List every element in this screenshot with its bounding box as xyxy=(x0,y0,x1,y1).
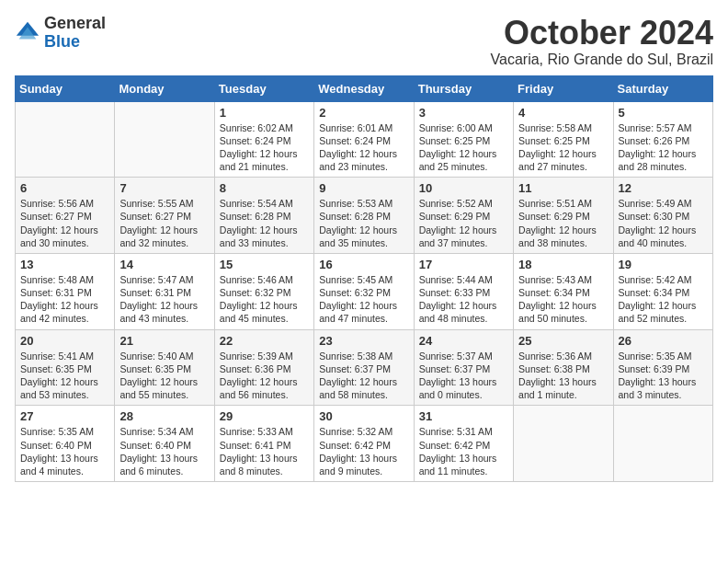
day-info: Sunrise: 5:35 AM Sunset: 6:40 PM Dayligh… xyxy=(20,425,109,477)
calendar-cell: 18Sunrise: 5:43 AM Sunset: 6:34 PM Dayli… xyxy=(514,253,613,329)
calendar-cell: 21Sunrise: 5:40 AM Sunset: 6:35 PM Dayli… xyxy=(115,329,214,406)
calendar-cell: 23Sunrise: 5:38 AM Sunset: 6:37 PM Dayli… xyxy=(314,329,414,406)
calendar-cell: 26Sunrise: 5:35 AM Sunset: 6:39 PM Dayli… xyxy=(613,329,712,406)
day-number: 31 xyxy=(419,409,508,423)
day-info: Sunrise: 5:44 AM Sunset: 6:33 PM Dayligh… xyxy=(419,273,508,326)
day-number: 29 xyxy=(220,409,309,423)
day-number: 6 xyxy=(20,181,109,195)
calendar-cell: 28Sunrise: 5:34 AM Sunset: 6:40 PM Dayli… xyxy=(115,406,214,482)
day-number: 4 xyxy=(518,106,608,120)
day-info: Sunrise: 5:32 AM Sunset: 6:42 PM Dayligh… xyxy=(319,425,408,477)
header-cell: Sunday xyxy=(16,75,115,101)
day-number: 24 xyxy=(419,334,508,348)
day-number: 1 xyxy=(220,106,309,120)
day-number: 27 xyxy=(20,409,109,423)
day-number: 30 xyxy=(319,409,408,423)
day-info: Sunrise: 5:34 AM Sunset: 6:40 PM Dayligh… xyxy=(119,425,209,477)
day-info: Sunrise: 5:48 AM Sunset: 6:31 PM Dayligh… xyxy=(20,273,109,326)
day-info: Sunrise: 5:31 AM Sunset: 6:42 PM Dayligh… xyxy=(419,425,508,477)
day-info: Sunrise: 5:36 AM Sunset: 6:38 PM Dayligh… xyxy=(518,350,608,402)
day-number: 3 xyxy=(419,106,508,120)
day-info: Sunrise: 5:53 AM Sunset: 6:28 PM Dayligh… xyxy=(319,197,408,249)
calendar-header: SundayMondayTuesdayWednesdayThursdayFrid… xyxy=(16,75,713,101)
calendar-cell: 5Sunrise: 5:57 AM Sunset: 6:26 PM Daylig… xyxy=(613,101,712,178)
calendar-cell: 1Sunrise: 6:02 AM Sunset: 6:24 PM Daylig… xyxy=(214,101,313,178)
calendar-row: 20Sunrise: 5:41 AM Sunset: 6:35 PM Dayli… xyxy=(16,329,713,406)
calendar-cell: 2Sunrise: 6:01 AM Sunset: 6:24 PM Daylig… xyxy=(314,101,414,178)
day-info: Sunrise: 5:47 AM Sunset: 6:31 PM Dayligh… xyxy=(119,273,209,326)
logo: General Blue xyxy=(15,15,106,52)
day-number: 17 xyxy=(419,258,508,271)
calendar-cell: 8Sunrise: 5:54 AM Sunset: 6:28 PM Daylig… xyxy=(214,178,313,254)
calendar-table: SundayMondayTuesdayWednesdayThursdayFrid… xyxy=(15,75,713,482)
calendar-cell: 6Sunrise: 5:56 AM Sunset: 6:27 PM Daylig… xyxy=(16,178,115,254)
header-cell: Thursday xyxy=(414,75,513,101)
day-number: 9 xyxy=(319,181,408,195)
calendar-cell xyxy=(115,101,214,178)
calendar-cell: 15Sunrise: 5:46 AM Sunset: 6:32 PM Dayli… xyxy=(214,253,313,329)
day-number: 5 xyxy=(619,106,708,120)
header-cell: Tuesday xyxy=(214,75,313,101)
day-number: 25 xyxy=(518,334,608,348)
day-number: 12 xyxy=(619,181,708,195)
logo-general: General xyxy=(44,15,106,33)
calendar-cell: 16Sunrise: 5:45 AM Sunset: 6:32 PM Dayli… xyxy=(314,253,414,329)
day-info: Sunrise: 5:39 AM Sunset: 6:36 PM Dayligh… xyxy=(220,350,309,402)
day-number: 11 xyxy=(518,181,608,195)
month-title: October 2024 xyxy=(491,15,713,52)
calendar-cell: 31Sunrise: 5:31 AM Sunset: 6:42 PM Dayli… xyxy=(414,406,513,482)
calendar-cell xyxy=(514,406,613,482)
day-info: Sunrise: 5:58 AM Sunset: 6:25 PM Dayligh… xyxy=(518,121,608,174)
calendar-row: 1Sunrise: 6:02 AM Sunset: 6:24 PM Daylig… xyxy=(16,101,713,178)
calendar-cell: 13Sunrise: 5:48 AM Sunset: 6:31 PM Dayli… xyxy=(16,253,115,329)
calendar-cell: 10Sunrise: 5:52 AM Sunset: 6:29 PM Dayli… xyxy=(414,178,513,254)
calendar-cell: 24Sunrise: 5:37 AM Sunset: 6:37 PM Dayli… xyxy=(414,329,513,406)
day-number: 8 xyxy=(220,181,309,195)
calendar-cell: 20Sunrise: 5:41 AM Sunset: 6:35 PM Dayli… xyxy=(16,329,115,406)
title-block: October 2024 Vacaria, Rio Grande do Sul,… xyxy=(491,15,713,68)
day-number: 13 xyxy=(20,258,109,271)
calendar-cell: 7Sunrise: 5:55 AM Sunset: 6:27 PM Daylig… xyxy=(115,178,214,254)
day-info: Sunrise: 5:52 AM Sunset: 6:29 PM Dayligh… xyxy=(419,197,508,249)
day-number: 23 xyxy=(319,334,408,348)
header-cell: Saturday xyxy=(613,75,712,101)
day-number: 10 xyxy=(419,181,508,195)
day-number: 7 xyxy=(119,181,209,195)
calendar-cell: 27Sunrise: 5:35 AM Sunset: 6:40 PM Dayli… xyxy=(16,406,115,482)
logo-text: General Blue xyxy=(44,15,106,52)
day-info: Sunrise: 5:51 AM Sunset: 6:29 PM Dayligh… xyxy=(518,197,608,249)
location: Vacaria, Rio Grande do Sul, Brazil xyxy=(491,52,713,68)
calendar-cell: 30Sunrise: 5:32 AM Sunset: 6:42 PM Dayli… xyxy=(314,406,414,482)
calendar-cell: 17Sunrise: 5:44 AM Sunset: 6:33 PM Dayli… xyxy=(414,253,513,329)
day-number: 21 xyxy=(119,334,209,348)
day-info: Sunrise: 6:01 AM Sunset: 6:24 PM Dayligh… xyxy=(319,121,408,174)
logo-icon xyxy=(15,20,40,46)
header-row: SundayMondayTuesdayWednesdayThursdayFrid… xyxy=(16,75,713,101)
day-info: Sunrise: 5:43 AM Sunset: 6:34 PM Dayligh… xyxy=(518,273,608,326)
calendar-row: 13Sunrise: 5:48 AM Sunset: 6:31 PM Dayli… xyxy=(16,253,713,329)
calendar-cell xyxy=(613,406,712,482)
day-info: Sunrise: 5:56 AM Sunset: 6:27 PM Dayligh… xyxy=(20,197,109,249)
calendar-cell xyxy=(16,101,115,178)
calendar-cell: 9Sunrise: 5:53 AM Sunset: 6:28 PM Daylig… xyxy=(314,178,414,254)
day-info: Sunrise: 5:37 AM Sunset: 6:37 PM Dayligh… xyxy=(419,350,508,402)
calendar-cell: 12Sunrise: 5:49 AM Sunset: 6:30 PM Dayli… xyxy=(613,178,712,254)
calendar-cell: 19Sunrise: 5:42 AM Sunset: 6:34 PM Dayli… xyxy=(613,253,712,329)
day-number: 26 xyxy=(619,334,708,348)
day-info: Sunrise: 5:40 AM Sunset: 6:35 PM Dayligh… xyxy=(119,350,209,402)
header-cell: Monday xyxy=(115,75,214,101)
header-cell: Wednesday xyxy=(314,75,414,101)
day-number: 2 xyxy=(319,106,408,120)
day-info: Sunrise: 5:41 AM Sunset: 6:35 PM Dayligh… xyxy=(20,350,109,402)
day-info: Sunrise: 5:46 AM Sunset: 6:32 PM Dayligh… xyxy=(220,273,309,326)
day-number: 20 xyxy=(20,334,109,348)
header-cell: Friday xyxy=(514,75,613,101)
day-number: 19 xyxy=(619,258,708,271)
logo-blue: Blue xyxy=(44,33,106,52)
day-info: Sunrise: 6:02 AM Sunset: 6:24 PM Dayligh… xyxy=(220,121,309,174)
day-info: Sunrise: 5:33 AM Sunset: 6:41 PM Dayligh… xyxy=(220,425,309,477)
calendar-cell: 3Sunrise: 6:00 AM Sunset: 6:25 PM Daylig… xyxy=(414,101,513,178)
calendar-cell: 11Sunrise: 5:51 AM Sunset: 6:29 PM Dayli… xyxy=(514,178,613,254)
day-number: 28 xyxy=(119,409,209,423)
day-info: Sunrise: 6:00 AM Sunset: 6:25 PM Dayligh… xyxy=(419,121,508,174)
